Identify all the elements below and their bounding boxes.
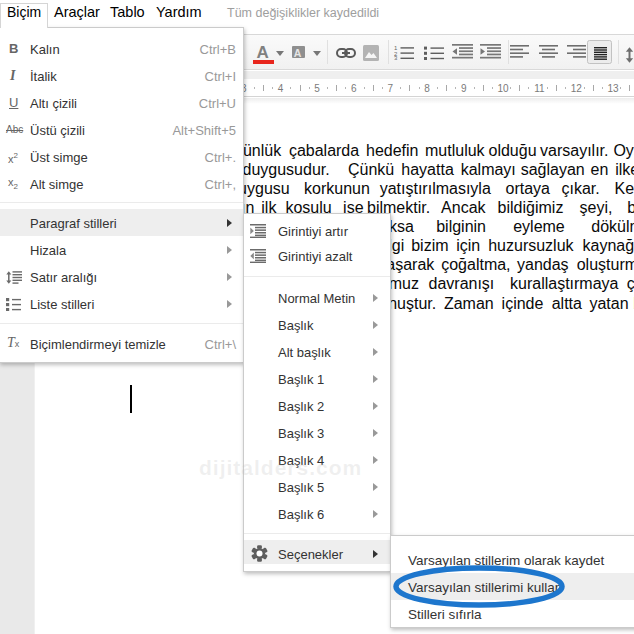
svg-text:3: 3 — [394, 55, 398, 60]
